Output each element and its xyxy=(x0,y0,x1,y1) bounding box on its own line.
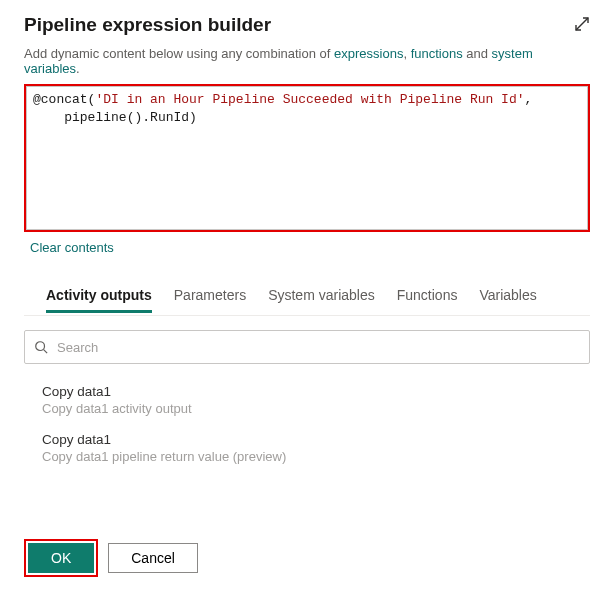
output-title: Copy data1 xyxy=(42,432,590,447)
tabs-divider xyxy=(24,315,590,316)
search-icon xyxy=(34,340,48,354)
editor-token: . xyxy=(142,110,150,125)
subtitle-prefix: Add dynamic content below using any comb… xyxy=(24,46,334,61)
output-item[interactable]: Copy data1 Copy data1 pipeline return va… xyxy=(42,432,590,464)
subtitle-text: Add dynamic content below using any comb… xyxy=(24,46,590,76)
output-item[interactable]: Copy data1 Copy data1 activity output xyxy=(42,384,590,416)
footer-buttons: OK Cancel xyxy=(24,539,198,577)
output-title: Copy data1 xyxy=(42,384,590,399)
clear-contents-link[interactable]: Clear contents xyxy=(30,240,114,255)
svg-point-0 xyxy=(36,342,45,351)
tab-variables[interactable]: Variables xyxy=(479,279,536,313)
ok-button[interactable]: OK xyxy=(28,543,94,573)
functions-link[interactable]: functions xyxy=(411,46,463,61)
tab-parameters[interactable]: Parameters xyxy=(174,279,246,313)
tabs-row: Activity outputs Parameters System varia… xyxy=(46,279,590,313)
subtitle-sep2: and xyxy=(463,46,492,61)
search-input[interactable] xyxy=(24,330,590,364)
tab-functions[interactable]: Functions xyxy=(397,279,458,313)
editor-token xyxy=(33,110,64,125)
output-desc: Copy data1 pipeline return value (previe… xyxy=(42,449,590,464)
expressions-link[interactable]: expressions xyxy=(334,46,403,61)
cancel-button[interactable]: Cancel xyxy=(108,543,198,573)
expand-icon[interactable] xyxy=(574,16,590,35)
activity-outputs-list: Copy data1 Copy data1 activity output Co… xyxy=(42,384,590,464)
editor-token: ) xyxy=(189,110,197,125)
editor-token: , xyxy=(525,92,533,107)
editor-token: 'DI in an Hour Pipeline Succeeded with P… xyxy=(95,92,524,107)
expression-editor[interactable]: @concat('DI in an Hour Pipeline Succeede… xyxy=(26,86,588,230)
subtitle-suffix: . xyxy=(76,61,80,76)
svg-line-1 xyxy=(44,350,48,354)
editor-token: RunId xyxy=(150,110,189,125)
editor-token: @concat xyxy=(33,92,88,107)
page-title: Pipeline expression builder xyxy=(24,14,271,36)
tab-system-variables[interactable]: System variables xyxy=(268,279,375,313)
output-desc: Copy data1 activity output xyxy=(42,401,590,416)
ok-button-highlight: OK xyxy=(24,539,98,577)
subtitle-sep1: , xyxy=(403,46,410,61)
editor-token: pipeline xyxy=(64,110,126,125)
expression-editor-highlight: @concat('DI in an Hour Pipeline Succeede… xyxy=(24,84,590,232)
tab-activity-outputs[interactable]: Activity outputs xyxy=(46,279,152,313)
